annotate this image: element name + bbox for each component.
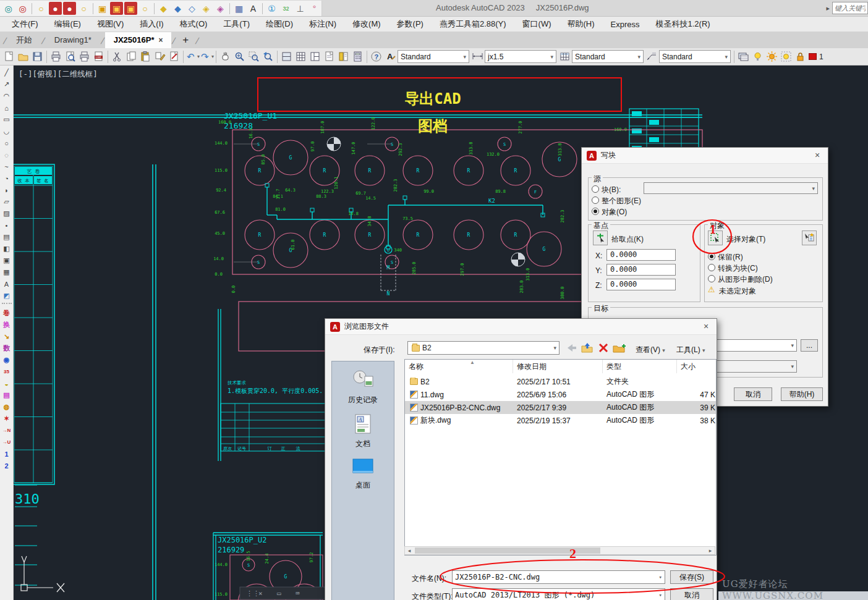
sheet-icon[interactable]	[322, 49, 336, 64]
plugin-burst-icon[interactable]: ✶	[1, 413, 12, 425]
browse-close-button[interactable]: ×	[700, 321, 712, 332]
place-desktop[interactable]: 桌面	[351, 457, 375, 491]
circle-1-icon[interactable]: ①	[265, 2, 278, 15]
lock-red2-icon[interactable]: ▣	[124, 2, 137, 15]
line-icon[interactable]: ╱	[1, 67, 12, 78]
solid-icon-1[interactable]: ◆	[157, 2, 170, 15]
wblock-help-button[interactable]: 帮助(H)	[781, 387, 823, 401]
viewport-grid-icon[interactable]	[294, 49, 308, 64]
chevron-down-icon[interactable]: ▾	[550, 54, 553, 60]
radio-retain-label[interactable]: 保留(R)	[718, 252, 743, 263]
radio-block-label[interactable]: 块(B):	[602, 185, 621, 195]
y-input[interactable]: 0.0000	[606, 264, 676, 276]
select-objects-button[interactable]	[708, 230, 723, 245]
plugin-2-icon[interactable]: 2	[1, 460, 12, 471]
layer-sun-icon[interactable]	[765, 49, 779, 64]
new-tab-button[interactable]: +	[176, 32, 195, 48]
tools-menu[interactable]: 工具(L) ▾	[676, 345, 705, 355]
dwf-icon[interactable]: DWF	[91, 49, 106, 64]
search-expand-icon[interactable]: ▸	[826, 4, 830, 12]
chevron-down-icon[interactable]: ▾	[637, 54, 640, 60]
polyline-icon[interactable]: ◠	[1, 90, 12, 102]
file-row-1[interactable]: B22025/2/17 10:51文件夹	[405, 375, 717, 388]
column-date[interactable]: 修改日期	[513, 360, 603, 373]
plugin-dial-icon[interactable]: ◉	[1, 354, 12, 366]
plugin-roll-icon[interactable]: 卷	[1, 307, 12, 319]
column-name[interactable]: 名称▲	[405, 360, 513, 373]
region-icon[interactable]: ▣	[1, 255, 12, 266]
light-on-icon[interactable]: ○	[35, 2, 48, 15]
viewport-left-icon[interactable]	[308, 49, 322, 64]
menu-14[interactable]: Express	[603, 18, 648, 31]
menu-13[interactable]: 帮助(H)	[559, 17, 602, 32]
plugin-to-n-icon[interactable]: →N	[1, 425, 12, 436]
swirl-icon[interactable]: ◎	[2, 2, 15, 15]
point-icon[interactable]: °	[308, 2, 321, 15]
file-list-hscrollbar[interactable]: ◂ ▸	[404, 546, 715, 555]
circle-icon[interactable]: ○	[1, 137, 12, 149]
select-objects-label[interactable]: 选择对象(T)	[726, 234, 765, 245]
text-brush-icon[interactable]: A	[247, 2, 260, 15]
layer-lock-icon[interactable]	[793, 49, 807, 64]
save-icon[interactable]	[30, 49, 45, 64]
light-off-icon[interactable]: ○	[77, 2, 90, 15]
plot-icon[interactable]	[77, 49, 91, 64]
zoom-previous-icon[interactable]	[261, 49, 275, 64]
view-menu[interactable]: 查看(V) ▾	[636, 345, 665, 355]
plugin-1-icon[interactable]: 1	[1, 448, 12, 460]
viewport-single-icon[interactable]	[279, 49, 294, 64]
place-documents[interactable]: A 文档	[352, 413, 374, 449]
filetype-combo[interactable]: AutoCAD 2013/LT2013 图形 (*.dwg)▾	[452, 588, 665, 600]
save-in-combo[interactable]: B2▾	[407, 341, 560, 355]
undo-icon[interactable]: ↶▾	[185, 49, 200, 64]
column-size[interactable]: 大小	[677, 360, 717, 373]
scroll-thumb[interactable]	[415, 547, 600, 554]
browse-cancel-button[interactable]: 取消	[670, 588, 713, 600]
polygon-icon[interactable]: ⌂	[1, 102, 12, 114]
light2-icon[interactable]: ○	[138, 2, 151, 15]
back-button[interactable]	[565, 342, 577, 356]
text-style-icon[interactable]: A	[383, 49, 398, 64]
plugin-swap-icon[interactable]: 换	[1, 319, 12, 331]
menu-7[interactable]: 绘图(D)	[258, 17, 301, 32]
menu-3[interactable]: 视图(V)	[89, 17, 132, 32]
plugin-disc-icon[interactable]: ◍	[1, 401, 12, 413]
revcloud-icon[interactable]: ◌	[1, 149, 12, 161]
light-red-icon[interactable]: ●	[49, 2, 62, 15]
insert-block-icon[interactable]: ▱	[1, 196, 12, 208]
search-input[interactable]	[832, 2, 868, 14]
mtext-icon[interactable]: A	[1, 278, 12, 290]
save-button[interactable]: 保存(S)	[670, 570, 713, 584]
copy-icon[interactable]	[124, 49, 138, 64]
quick-select-button[interactable]	[802, 230, 817, 245]
radio-convert[interactable]	[708, 264, 715, 271]
radio-block[interactable]	[592, 185, 599, 193]
radio-objects[interactable]	[592, 208, 599, 215]
addpoint-icon[interactable]: ◩	[1, 290, 12, 302]
plugin-tol-icon[interactable]: 35	[1, 366, 12, 378]
wblock-cancel-button[interactable]: 取消	[734, 387, 772, 401]
plugin-wave-icon[interactable]: ◒	[1, 378, 12, 389]
filename-combo[interactable]: JX25016P-B2-CNC.dwg▾	[452, 570, 665, 584]
rectangle-icon[interactable]: ▭	[1, 114, 12, 125]
mleader-style-combo[interactable]: Standard▾	[659, 50, 731, 63]
redo-icon[interactable]: ↷▾	[200, 49, 214, 64]
radio-retain[interactable]	[708, 253, 715, 260]
radio-convert-label[interactable]: 转换为块(C)	[718, 263, 758, 274]
column-type[interactable]: 类型	[603, 360, 677, 373]
menu-8[interactable]: 标注(N)	[301, 17, 344, 32]
radio-delete-label[interactable]: 从图形中删除(D)	[718, 274, 773, 285]
unlock-icon[interactable]: ▣	[96, 2, 109, 15]
menu-10[interactable]: 参数(P)	[389, 17, 432, 32]
chevron-down-icon[interactable]: ▾	[725, 54, 728, 60]
mleader-style-icon[interactable]	[645, 49, 659, 64]
file-row-2[interactable]: 11.dwg2025/6/9 15:06AutoCAD 图形47 K	[405, 388, 717, 401]
block-tool-icon[interactable]: ▦	[232, 2, 245, 15]
pick-point-label[interactable]: 拾取点(K)	[611, 234, 644, 245]
tab-drawing1[interactable]: Drawing1*	[46, 32, 100, 48]
layer-freeze-icon[interactable]	[779, 49, 793, 64]
browse-title-bar[interactable]: A 浏览图形文件	[325, 319, 717, 335]
point-tool-icon[interactable]: •	[1, 219, 12, 231]
paste-icon[interactable]	[138, 49, 153, 64]
cut-icon[interactable]	[110, 49, 124, 64]
